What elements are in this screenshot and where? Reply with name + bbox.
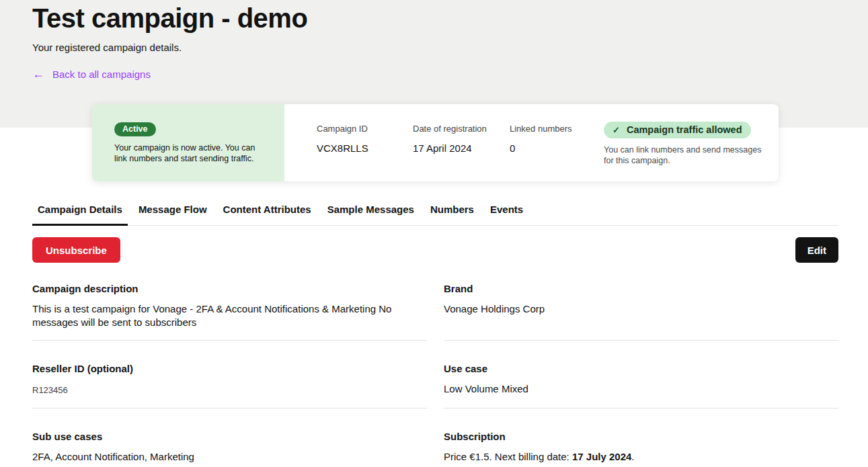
- linked-numbers-value: 0: [510, 142, 604, 155]
- campaign-id-stat: Campaign ID VCX8RLLS: [317, 124, 413, 181]
- tab-campaign-details[interactable]: Campaign Details: [32, 203, 128, 226]
- traffic-allowed-label: Campaign traffic allowed: [627, 124, 742, 135]
- tab-sample-messages[interactable]: Sample Messages: [322, 203, 420, 226]
- brand-label: Brand: [444, 284, 838, 294]
- campaign-status-card: Active Your campaign is now active. You …: [92, 104, 779, 181]
- status-description: Your campaign is now active. You can lin…: [114, 142, 267, 164]
- brand-value: Vonage Holdings Corp: [444, 302, 838, 316]
- back-to-campaigns-link[interactable]: ← Back to all campaigns: [32, 69, 151, 80]
- field-brand: Brand Vonage Holdings Corp: [444, 284, 838, 341]
- back-arrow-icon: ←: [32, 69, 44, 79]
- back-link-label: Back to all campaigns: [52, 69, 151, 80]
- field-subscription: Subscription Price €1.5. Next billing da…: [444, 431, 838, 467]
- page-subtitle: Your registered campaign details.: [32, 42, 838, 54]
- use-case-label: Use case: [444, 364, 838, 374]
- next-billing-date: 17 July 2024: [572, 451, 631, 462]
- campaign-id-label: Campaign ID: [317, 124, 413, 134]
- campaign-description-value: This is a test campaign for Vonage - 2FA…: [32, 302, 427, 329]
- registration-date-label: Date of registration: [413, 124, 510, 134]
- field-use-case: Use case Low Volume Mixed: [444, 364, 838, 409]
- tab-message-flow[interactable]: Message Flow: [133, 203, 212, 226]
- page-title: Test campaign - demo: [32, 0, 838, 34]
- tab-content-attributes[interactable]: Content Attributes: [218, 203, 317, 226]
- tab-numbers[interactable]: Numbers: [425, 203, 479, 226]
- edit-button[interactable]: Edit: [795, 237, 838, 263]
- tab-events[interactable]: Events: [485, 203, 528, 226]
- campaign-details-section: Campaign description This is a test camp…: [0, 284, 868, 467]
- subscription-period: .: [631, 451, 634, 462]
- subscription-value: Price €1.5. Next billing date: 17 July 2…: [444, 450, 838, 464]
- use-case-value: Low Volume Mixed: [444, 382, 838, 396]
- traffic-description: You can link numbers and send messages f…: [604, 144, 766, 166]
- checkmark-icon: ✓: [613, 125, 620, 135]
- reseller-id-value: R123456: [32, 384, 427, 397]
- sub-use-cases-label: Sub use cases: [32, 431, 427, 442]
- field-reseller-id: Reseller ID (optional) R123456: [32, 364, 427, 409]
- campaign-meta: Campaign ID VCX8RLLS Date of registratio…: [284, 104, 780, 181]
- field-sub-use-cases: Sub use cases 2FA, Account Notification,…: [32, 431, 427, 467]
- traffic-allowed-badge: ✓ Campaign traffic allowed: [604, 122, 751, 138]
- reseller-id-label: Reseller ID (optional): [32, 364, 427, 374]
- subscription-price-text: Price €1.5. Next billing date:: [444, 451, 572, 462]
- traffic-status: ✓ Campaign traffic allowed You can link …: [604, 122, 780, 181]
- tab-bar: Campaign Details Message Flow Content At…: [0, 203, 868, 226]
- action-bar: Unsubscribe Edit: [0, 237, 868, 263]
- linked-numbers-stat: Linked numbers 0: [510, 124, 604, 181]
- registration-date-value: 17 April 2024: [413, 142, 510, 155]
- linked-numbers-label: Linked numbers: [510, 124, 604, 134]
- status-badge: Active: [114, 122, 156, 136]
- field-campaign-description: Campaign description This is a test camp…: [32, 284, 427, 341]
- registration-date-stat: Date of registration 17 April 2024: [413, 124, 510, 181]
- unsubscribe-button[interactable]: Unsubscribe: [32, 237, 120, 263]
- status-panel: Active Your campaign is now active. You …: [92, 104, 284, 181]
- subscription-label: Subscription: [444, 431, 838, 442]
- campaign-description-label: Campaign description: [32, 284, 427, 294]
- sub-use-cases-value: 2FA, Account Notification, Marketing: [32, 450, 427, 464]
- campaign-id-value: VCX8RLLS: [317, 142, 413, 155]
